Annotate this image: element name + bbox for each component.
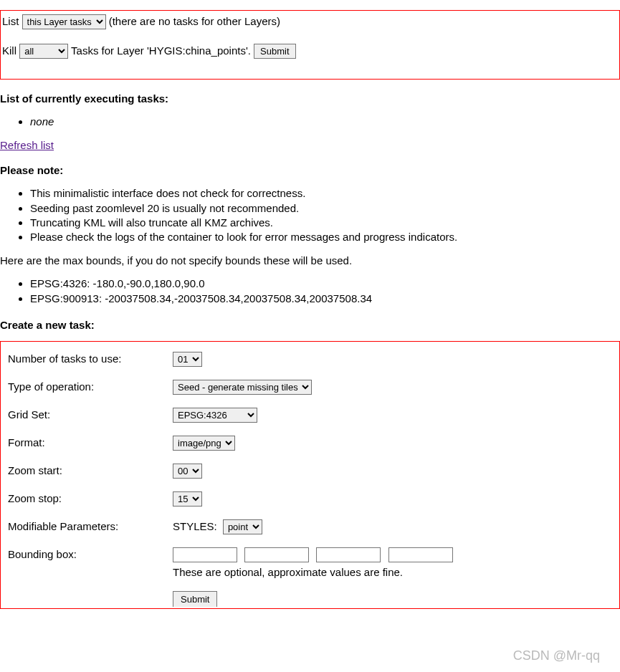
bounds-intro-text: Here are the max bounds, if you do not s… [0, 254, 620, 267]
kill-label: Kill [2, 44, 16, 57]
list-tasks-row: List this Layer tasks (there are no task… [2, 14, 618, 29]
styles-label: STYLES: [173, 520, 217, 532]
zoom-stop-select[interactable]: 15 [173, 491, 202, 507]
format-select[interactable]: image/png [173, 436, 235, 451]
operation-select[interactable]: Seed - generate missing tiles [173, 380, 312, 395]
bbox-maxx-input[interactable] [316, 547, 381, 562]
bounds-item: EPSG:4326: -180.0,-90.0,180.0,90.0 [30, 277, 620, 291]
bbox-miny-input[interactable] [244, 547, 309, 562]
note-item: Please check the logs of the container t… [30, 230, 620, 244]
format-row: Format: image/png [8, 436, 614, 451]
bbox-maxy-input[interactable] [388, 547, 453, 562]
list-tasks-select[interactable]: this Layer tasks [22, 14, 106, 29]
num-tasks-select[interactable]: 01 [173, 352, 202, 367]
gridset-label: Grid Set: [8, 408, 173, 421]
refresh-list-link[interactable]: Refresh list [0, 139, 54, 151]
zoom-start-label: Zoom start: [8, 464, 173, 476]
list-label: List [2, 15, 19, 27]
kill-tasks-row: Kill all Tasks for Layer 'HYGIS:china_po… [2, 44, 618, 59]
create-submit-row: Submit [8, 591, 614, 607]
num-tasks-label: Number of tasks to use: [8, 352, 173, 365]
mod-params-row: Modifiable Parameters: STYLES: point [8, 519, 614, 534]
operation-label: Type of operation: [8, 380, 173, 393]
list-suffix-text: (there are no tasks for other Layers) [109, 15, 280, 27]
num-tasks-row: Number of tasks to use: 01 [8, 352, 614, 367]
zoom-start-row: Zoom start: 00 [8, 464, 614, 479]
styles-select[interactable]: point [223, 519, 262, 534]
bbox-label: Bounding box: [8, 548, 173, 560]
bounds-item: EPSG:900913: -20037508.34,-20037508.34,2… [30, 292, 620, 306]
bounds-list: EPSG:4326: -180.0,-90.0,180.0,90.0 EPSG:… [0, 277, 620, 306]
kill-select[interactable]: all [19, 44, 68, 59]
executing-heading: List of currently executing tasks: [0, 92, 620, 105]
format-label: Format: [8, 436, 173, 448]
mod-params-label: Modifiable Parameters: [8, 520, 173, 532]
gridset-row: Grid Set: EPSG:4326 [8, 408, 614, 423]
create-submit-button[interactable]: Submit [173, 591, 217, 607]
note-item: Truncating KML will also truncate all KM… [30, 216, 620, 230]
bbox-minx-input[interactable] [173, 547, 237, 562]
bbox-row: Bounding box: These are optional, approx… [8, 547, 614, 578]
zoom-stop-row: Zoom stop: 15 [8, 491, 614, 507]
zoom-stop-label: Zoom stop: [8, 492, 173, 504]
notes-heading: Please note: [0, 164, 620, 176]
create-task-heading: Create a new task: [0, 319, 620, 331]
executing-list: none [0, 115, 620, 129]
logo-fragment [22, 0, 57, 9]
bbox-note: These are optional, approximate values a… [173, 566, 614, 578]
kill-suffix-text: Tasks for Layer 'HYGIS:china_points'. [71, 44, 251, 57]
gridset-select[interactable]: EPSG:4326 [173, 408, 257, 423]
note-item: Seeding past zoomlevel 20 is usually not… [30, 201, 620, 216]
kill-submit-button[interactable]: Submit [254, 44, 295, 59]
zoom-start-select[interactable]: 00 [173, 464, 202, 479]
task-list-kill-box: List this Layer tasks (there are no task… [0, 10, 620, 80]
create-task-box: Number of tasks to use: 01 Type of opera… [0, 341, 620, 609]
note-item: This minimalistic interface does not che… [30, 186, 620, 201]
operation-row: Type of operation: Seed - generate missi… [8, 380, 614, 395]
notes-list: This minimalistic interface does not che… [0, 186, 620, 244]
executing-none-item: none [30, 115, 620, 129]
